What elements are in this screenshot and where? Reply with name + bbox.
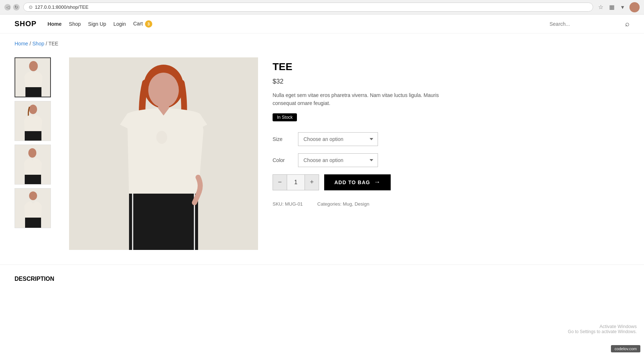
svg-point-10 [29,191,37,200]
nav-shop[interactable]: Shop [69,21,81,27]
categories-info: Categories: Mug, Design [317,201,369,207]
add-to-bag-button[interactable]: ADD TO BAG → [324,174,391,190]
sku-value: MUG-01 [285,201,303,207]
breadcrumb-shop[interactable]: Shop [32,41,44,46]
breadcrumb-home[interactable]: Home [15,41,28,46]
svg-rect-17 [129,194,198,250]
thumbnails [15,57,55,250]
search-area: ⌕ [550,20,629,28]
url-text: 127.0.0.1:8000/shop/TEE [35,4,88,10]
thumb-image-2 [15,101,51,141]
quantity-decrease-button[interactable]: − [273,175,287,190]
product-meta: SKU: MUG-01 Categories: Mug, Design [273,201,629,207]
svg-rect-2 [25,87,41,97]
product-info: TEE $32 Nulla eget sem vitae eros pharet… [273,57,629,250]
product-page: TEE $32 Nulla eget sem vitae eros pharet… [0,50,644,257]
stock-badge: In Stock [273,113,297,121]
purchase-row: − 1 + ADD TO BAG → [273,174,629,190]
extensions-icon[interactable]: ▦ [608,3,616,11]
navbar: SHOP Home Shop Sign Up Login Cart 3 ⌕ [0,15,644,33]
thumbnail-4[interactable] [15,188,51,228]
color-row: Color Choose an option White Black Beige [273,153,629,167]
svg-rect-5 [25,131,41,141]
size-row: Size Choose an option S M L XL [273,132,629,146]
breadcrumb: Home / Shop / TEE [0,33,644,50]
thumb-image-3 [15,145,51,184]
thumb-image-1 [15,58,50,97]
product-price: $32 [273,78,629,85]
nav-cart[interactable]: Cart 3 [133,20,152,28]
main-product-image [69,57,258,250]
svg-rect-11 [25,218,41,228]
thumbnail-2[interactable] [15,101,51,141]
nav-login[interactable]: Login [113,21,126,27]
svg-point-14 [148,73,179,108]
url-bar[interactable]: ⊙ 127.0.0.1:8000/shop/TEE [23,3,593,12]
svg-rect-8 [25,175,41,184]
svg-point-4 [29,105,37,114]
browser-controls: ◁ ↻ [4,4,20,11]
browser-bar: ◁ ↻ ⊙ 127.0.0.1:8000/shop/TEE ☆ ▦ ▾ [0,0,644,15]
quantity-increase-button[interactable]: + [305,175,319,190]
svg-point-16 [156,131,167,144]
thumbnail-3[interactable] [15,145,51,185]
color-label: Color [273,157,291,163]
nav-signup[interactable]: Sign Up [88,21,106,27]
categories-value: Mug, Design [343,201,369,207]
breadcrumb-current: TEE [48,41,58,46]
sku-info: SKU: MUG-01 [273,201,303,207]
size-label: Size [273,136,291,142]
thumb-image-4 [15,189,51,228]
svg-point-7 [28,148,36,158]
quantity-value: 1 [287,175,305,190]
brand-logo: SHOP [15,20,37,28]
description-title: DESCRIPTION [15,276,629,282]
menu-icon[interactable]: ▾ [619,3,627,11]
product-description: Nulla eget sem vitae eros pharetra viver… [273,91,447,108]
star-icon[interactable]: ☆ [597,3,605,11]
add-to-bag-label: ADD TO BAG [334,179,370,185]
back-button[interactable]: ◁ [4,4,11,11]
nav-links: Home Shop Sign Up Login Cart 3 [48,20,152,28]
sku-label: SKU: [273,201,283,207]
cart-badge: 3 [145,20,152,28]
description-section: DESCRIPTION [0,264,644,293]
size-select[interactable]: Choose an option S M L XL [298,132,378,146]
categories-label: Categories: [317,201,341,207]
search-icon[interactable]: ⌕ [625,20,629,28]
thumbnail-1[interactable] [15,57,51,97]
quantity-control: − 1 + [273,174,319,190]
browser-actions: ☆ ▦ ▾ [597,2,640,12]
reload-button[interactable]: ↻ [13,4,20,11]
avatar[interactable] [629,2,640,12]
svg-point-1 [29,61,38,71]
nav-home[interactable]: Home [48,21,62,27]
search-input[interactable] [550,21,622,27]
arrow-right-icon: → [374,178,381,186]
product-title: TEE [273,61,629,73]
color-select[interactable]: Choose an option White Black Beige [298,153,378,167]
